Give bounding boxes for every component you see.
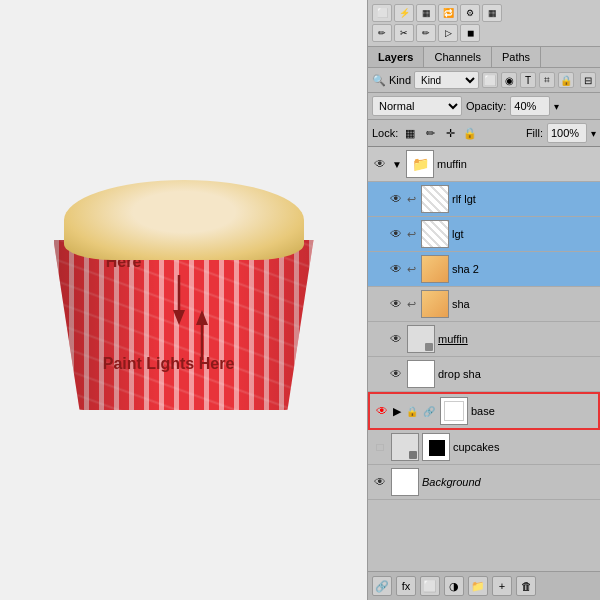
toolbar-btn-8[interactable]: ✂ <box>394 24 414 42</box>
eye-icon: 👁 <box>390 332 402 346</box>
fx-btn[interactable]: fx <box>396 576 416 596</box>
filter-icon-grid[interactable]: ⌗ <box>539 72 555 88</box>
expand-base[interactable]: ▶ <box>393 405 401 418</box>
visibility-drop-sha[interactable]: 👁 <box>388 366 404 382</box>
layer-lgt[interactable]: 👁 ↩ lgt <box>368 217 600 252</box>
toolbar-btn-7[interactable]: ✏ <box>372 24 392 42</box>
filter-icon-t[interactable]: T <box>520 72 536 88</box>
visibility-rlf-lgt[interactable]: 👁 <box>388 191 404 207</box>
arrow-up <box>192 310 212 360</box>
lock-checkerboard[interactable]: ▦ <box>402 125 418 141</box>
eye-icon: 👁 <box>374 157 386 171</box>
filter-toggle[interactable]: ⊟ <box>580 72 596 88</box>
eye-icon: 👁 <box>390 297 402 311</box>
fill-arrow[interactable]: ▾ <box>591 128 596 139</box>
annotation-lights: Paint Lights Here <box>89 355 249 373</box>
filter-select[interactable]: Kind <box>414 71 479 89</box>
toolbar-btn-2[interactable]: ⚡ <box>394 4 414 22</box>
visibility-lgt[interactable]: 👁 <box>388 226 404 242</box>
layer-name-muffin-group: muffin <box>437 158 596 170</box>
visibility-base[interactable]: 👁 <box>374 403 390 419</box>
tab-channels[interactable]: Channels <box>424 47 491 67</box>
opacity-value[interactable]: 40% <box>510 96 550 116</box>
bottom-toolbar: 🔗 fx ⬜ ◑ 📁 + 🗑 <box>368 571 600 600</box>
visibility-muffin-group[interactable]: 👁 <box>372 156 388 172</box>
layer-name-lgt: lgt <box>452 228 596 240</box>
svg-marker-1 <box>173 310 185 325</box>
layer-muffin-group[interactable]: 👁 ▼ 📁 muffin <box>368 147 600 182</box>
adj-btn[interactable]: ◑ <box>444 576 464 596</box>
tab-layers[interactable]: Layers <box>368 47 424 67</box>
lock-brush[interactable]: ✏ <box>422 125 438 141</box>
opacity-label: Opacity: <box>466 100 506 112</box>
fill-value[interactable]: 100% <box>547 123 587 143</box>
visibility-sha[interactable]: 👁 <box>388 296 404 312</box>
toolbar-row-2: ✏ ✂ ✏ ▷ ◼ <box>372 24 596 42</box>
new-layer-btn[interactable]: + <box>492 576 512 596</box>
lock-row: Lock: ▦ ✏ ✛ 🔒 Fill: 100% ▾ <box>368 120 600 147</box>
filter-icon: 🔍 <box>372 74 386 87</box>
layer-base[interactable]: 👁 ▶ 🔒 🔗 base <box>368 392 600 430</box>
toolbar-btn-4[interactable]: 🔁 <box>438 4 458 22</box>
layer-background[interactable]: 👁 Background <box>368 465 600 500</box>
toolbar-btn-5[interactable]: ⚙ <box>460 4 480 22</box>
panel-tabs: Layers Channels Paths <box>368 47 600 68</box>
link-icon-base: 🔗 <box>423 406 435 417</box>
toolbar-row-1: ⬜ ⚡ ▦ 🔁 ⚙ ▦ <box>372 4 596 22</box>
layer-name-muffin-smart: muffin <box>438 333 596 345</box>
blend-mode-select[interactable]: Normal <box>372 96 462 116</box>
blend-row: Normal Opacity: 40% ▾ <box>368 93 600 120</box>
arrow-down <box>169 275 189 325</box>
thumb-muffin-smart <box>407 325 435 353</box>
toolbar-btn-9[interactable]: ✏ <box>416 24 436 42</box>
lock-move[interactable]: ✛ <box>442 125 458 141</box>
thumb-rlf-lgt <box>421 185 449 213</box>
no-eye-icon: □ <box>376 440 383 454</box>
expand-muffin-group[interactable]: ▼ <box>391 158 403 170</box>
cupcake-illustration: Paint Shadows Here Paint Lights Here <box>44 180 324 500</box>
top-toolbar: ⬜ ⚡ ▦ 🔁 ⚙ ▦ ✏ ✂ ✏ ▷ ◼ <box>368 0 600 47</box>
filter-icon-img[interactable]: ⬜ <box>482 72 498 88</box>
toolbar-btn-1[interactable]: ⬜ <box>372 4 392 22</box>
thumb-drop-sha <box>407 360 435 388</box>
fill-label: Fill: <box>526 127 543 139</box>
toolbar-btn-6[interactable]: ▦ <box>482 4 502 22</box>
visibility-cupcakes[interactable]: □ <box>372 439 388 455</box>
visibility-muffin-smart[interactable]: 👁 <box>388 331 404 347</box>
canvas-area: Paint Shadows Here Paint Lights Here <box>0 0 367 600</box>
svg-marker-3 <box>196 310 208 325</box>
eye-icon: 👁 <box>390 227 402 241</box>
tab-paths[interactable]: Paths <box>492 47 541 67</box>
thumb-background <box>391 468 419 496</box>
toolbar-btn-11[interactable]: ◼ <box>460 24 480 42</box>
layer-drop-sha[interactable]: 👁 drop sha <box>368 357 600 392</box>
visibility-background[interactable]: 👁 <box>372 474 388 490</box>
layer-sha[interactable]: 👁 ↩ sha <box>368 287 600 322</box>
layer-sha2[interactable]: 👁 ↩ sha 2 <box>368 252 600 287</box>
lock-all[interactable]: 🔒 <box>462 125 478 141</box>
mask-btn[interactable]: ⬜ <box>420 576 440 596</box>
eye-icon: 👁 <box>390 192 402 206</box>
link-icon-sha2: ↩ <box>407 263 416 276</box>
toolbar-btn-3[interactable]: ▦ <box>416 4 436 22</box>
layer-muffin-smart[interactable]: 👁 muffin <box>368 322 600 357</box>
link-btn[interactable]: 🔗 <box>372 576 392 596</box>
eye-icon: 👁 <box>390 367 402 381</box>
delete-btn[interactable]: 🗑 <box>516 576 536 596</box>
thumb-base-layer <box>440 397 468 425</box>
layers-list: 👁 ▼ 📁 muffin 👁 ↩ rlf lgt 👁 ↩ lgt <box>368 147 600 571</box>
filter-icon-fx[interactable]: ◉ <box>501 72 517 88</box>
group-btn[interactable]: 📁 <box>468 576 488 596</box>
layer-name-drop-sha: drop sha <box>438 368 596 380</box>
layer-rlf-lgt[interactable]: 👁 ↩ rlf lgt <box>368 182 600 217</box>
thumb-cupcakes-mask <box>422 433 450 461</box>
toolbar-btn-10[interactable]: ▷ <box>438 24 458 42</box>
opacity-arrow[interactable]: ▾ <box>554 101 559 112</box>
link-icon-rlf: ↩ <box>407 193 416 206</box>
filter-icon-lock[interactable]: 🔒 <box>558 72 574 88</box>
layer-cupcakes[interactable]: □ cupcakes <box>368 430 600 465</box>
lock-label: Lock: <box>372 127 398 139</box>
thumb-muffin-group: 📁 <box>406 150 434 178</box>
visibility-sha2[interactable]: 👁 <box>388 261 404 277</box>
thumb-lgt <box>421 220 449 248</box>
